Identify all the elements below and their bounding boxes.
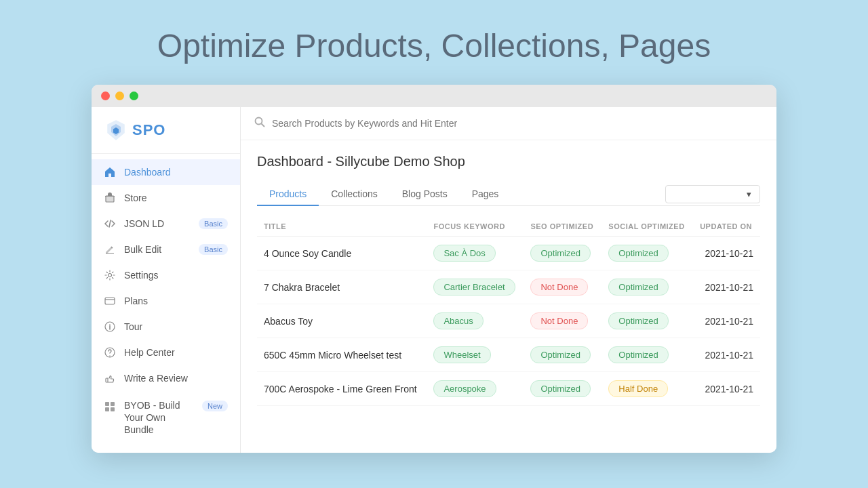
sidebar-item-dashboard[interactable]: Dashboard <box>92 159 240 185</box>
json-ld-badge: Basic <box>199 218 228 229</box>
cell-title: 700C Aerospoke - Lime Green Front <box>257 372 427 406</box>
svg-point-13 <box>256 118 262 125</box>
col-title: TITLE <box>257 217 427 237</box>
sidebar-item-label: JSON LD <box>124 218 164 229</box>
cell-updated-on: 2021-10-21 <box>693 372 760 406</box>
cell-seo-optimized: Not Done <box>524 270 601 304</box>
cell-updated-on: 2021-10-21 <box>693 270 760 304</box>
cell-seo-optimized: Optimized <box>524 372 601 406</box>
tabs-container: Products Collections Blog Posts Pages ▾ <box>257 183 760 206</box>
search-icon <box>254 117 265 130</box>
svg-rect-3 <box>106 196 114 202</box>
sidebar-item-label: BYOB - Build Your Own Bundle <box>124 399 194 436</box>
svg-rect-11 <box>105 407 109 411</box>
sidebar-item-write-review[interactable]: Write a Review <box>92 365 240 391</box>
table-row: 700C Aerospoke - Lime Green Front Aerosp… <box>257 372 760 406</box>
table-header-row: TITLE FOCUS KEYWORD SEO OPTIMIZED SOCIAL… <box>257 217 760 237</box>
sidebar-item-label: Bulk Edit <box>124 244 161 255</box>
cell-seo-optimized: Optimized <box>524 338 601 372</box>
cell-focus-keyword: Aerospoke <box>427 372 524 406</box>
table-row: Abacus Toy Abacus Not Done Optimized 202… <box>257 304 760 338</box>
tab-collections[interactable]: Collections <box>319 183 389 206</box>
sidebar-item-byob[interactable]: BYOB - Build Your Own Bundle New <box>92 391 240 443</box>
table-row: 7 Chakra Bracelet Cartier Bracelet Not D… <box>257 270 760 304</box>
cell-social-optimized: Optimized <box>601 304 693 338</box>
svg-rect-6 <box>105 298 115 304</box>
table-row: 4 Ounce Soy Candle Sac À Dos Optimized O… <box>257 237 760 270</box>
info-circle-icon <box>104 321 116 333</box>
byob-badge: New <box>202 401 228 411</box>
cell-title: 650C 45mm Micro Wheelset test <box>257 338 427 372</box>
cell-social-optimized: Optimized <box>601 237 693 270</box>
cell-focus-keyword: Sac À Dos <box>427 237 524 270</box>
cell-title: Abacus Toy <box>257 304 427 338</box>
cell-seo-optimized: Optimized <box>524 237 601 270</box>
sidebar-item-label: Help Center <box>124 347 175 358</box>
home-icon <box>104 166 116 178</box>
sidebar-item-label: Plans <box>124 296 148 306</box>
search-input[interactable] <box>272 118 763 129</box>
cell-title: 4 Ounce Soy Candle <box>257 237 427 270</box>
table-row: 650C 45mm Micro Wheelset test Wheelset O… <box>257 338 760 372</box>
svg-rect-12 <box>111 407 115 411</box>
sidebar-item-label: Dashboard <box>124 167 171 178</box>
thumbs-up-icon <box>104 372 116 384</box>
browser-body: SPO Dashboard Store <box>92 107 776 453</box>
dot-yellow[interactable] <box>115 92 124 100</box>
grid-icon <box>104 401 116 413</box>
tab-products[interactable]: Products <box>257 183 319 206</box>
sidebar-item-label: Store <box>124 192 146 203</box>
col-focus-keyword: FOCUS KEYWORD <box>427 217 524 237</box>
sidebar-item-label: Write a Review <box>124 373 188 384</box>
gear-icon <box>104 269 116 281</box>
dot-red[interactable] <box>101 92 110 100</box>
svg-rect-9 <box>105 402 109 406</box>
cell-social-optimized: Half Done <box>601 372 693 406</box>
cell-updated-on: 2021-10-21 <box>693 237 760 270</box>
dot-green[interactable] <box>130 92 138 100</box>
main-content: Dashboard - Sillycube Demo Shop Products… <box>241 107 776 453</box>
content-area: Dashboard - Sillycube Demo Shop Products… <box>241 140 776 420</box>
edit-icon <box>104 243 116 256</box>
cell-social-optimized: Optimized <box>601 270 693 304</box>
logo-text: SPO <box>132 121 165 139</box>
chevron-down-icon: ▾ <box>747 189 751 199</box>
bulk-edit-badge: Basic <box>199 244 228 255</box>
tab-pages[interactable]: Pages <box>460 183 511 206</box>
search-bar <box>241 107 776 140</box>
tab-blog-posts[interactable]: Blog Posts <box>390 183 460 206</box>
cell-focus-keyword: Wheelset <box>427 338 524 372</box>
svg-rect-10 <box>111 402 115 406</box>
browser-window: SPO Dashboard Store <box>92 85 776 453</box>
box-icon <box>104 192 116 204</box>
page-heading: Optimize Products, Collections, Pages <box>157 27 711 64</box>
sidebar-item-json-ld[interactable]: JSON LD Basic <box>92 211 240 237</box>
table-filter-dropdown[interactable]: ▾ <box>665 185 760 203</box>
cell-title: 7 Chakra Bracelet <box>257 270 427 304</box>
sidebar-item-label: Settings <box>124 270 159 281</box>
products-table: TITLE FOCUS KEYWORD SEO OPTIMIZED SOCIAL… <box>257 217 760 406</box>
sidebar-logo: SPO <box>92 107 240 154</box>
question-circle-icon <box>104 346 116 359</box>
sidebar-item-tour[interactable]: Tour <box>92 314 240 340</box>
svg-line-14 <box>262 124 265 127</box>
sidebar: SPO Dashboard Store <box>92 107 241 453</box>
sidebar-item-help-center[interactable]: Help Center <box>92 340 240 365</box>
col-seo-optimized: SEO OPTIMIZED <box>524 217 601 237</box>
dashboard-title: Dashboard - Sillycube Demo Shop <box>257 154 760 169</box>
sidebar-item-settings[interactable]: Settings <box>92 262 240 288</box>
sidebar-item-bulk-edit[interactable]: Bulk Edit Basic <box>92 237 240 262</box>
sidebar-item-store[interactable]: Store <box>92 185 240 211</box>
cell-focus-keyword: Abacus <box>427 304 524 338</box>
cell-focus-keyword: Cartier Bracelet <box>427 270 524 304</box>
code-icon <box>104 218 116 230</box>
sidebar-item-plans[interactable]: Plans <box>92 288 240 314</box>
sidebar-item-label: Tour <box>124 321 142 332</box>
cell-social-optimized: Optimized <box>601 338 693 372</box>
cell-seo-optimized: Not Done <box>524 304 601 338</box>
cell-updated-on: 2021-10-21 <box>693 304 760 338</box>
browser-chrome <box>92 85 776 107</box>
svg-point-5 <box>108 274 112 277</box>
cell-updated-on: 2021-10-21 <box>693 338 760 372</box>
col-updated-on: UPDATED ON <box>693 217 760 237</box>
